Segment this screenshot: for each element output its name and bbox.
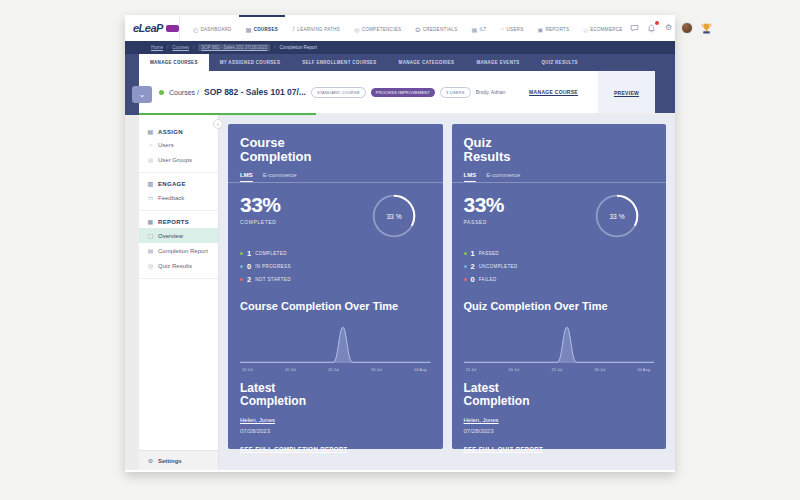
logo-lms-badge	[166, 25, 179, 32]
latest-completion-user-link[interactable]: Helen, Jones	[240, 417, 275, 423]
top-navigation: eLeaP ◴ DASHBOARD ▤ COURSES ⤴ LEARNING P…	[125, 15, 675, 41]
user-icon: ○	[147, 142, 154, 148]
course-sidebar: ‹ ▤ ASSIGN ○ Users ◎ User Groups ▥ E	[139, 115, 219, 470]
eleap-logo[interactable]: eLeaP	[133, 15, 180, 41]
notifications-bell-icon[interactable]	[647, 23, 657, 33]
quiz-legend: 1 PASSED 2 UNCOMPLETED 0 FAILED	[464, 249, 655, 284]
sidebar-item-quiz-results[interactable]: ◎ Quiz Results	[139, 258, 218, 273]
sidebar-item-label: Users	[158, 142, 174, 148]
see-full-quiz-report-link[interactable]: SEE FULL QUIZ REPORT	[464, 446, 544, 452]
nav-item-competencies[interactable]: ◎ COMPETENCIES	[347, 15, 408, 41]
breadcrumb-home[interactable]: Home	[151, 45, 163, 50]
quiz-over-time-chart	[464, 320, 655, 366]
manage-course-link[interactable]: MANAGE COURSE	[529, 89, 578, 95]
see-full-completion-report-link[interactable]: SEE FULL COMPLETION REPORT	[240, 446, 348, 452]
users-icon: ○	[501, 26, 505, 32]
completion-over-time-chart	[240, 320, 431, 366]
card-title: Quiz Results	[464, 136, 655, 164]
legend-uncompleted: 2 UNCOMPLETED	[464, 262, 655, 271]
chevron-down-icon[interactable]: ⌄	[132, 86, 152, 103]
latest-completion-user-link[interactable]: Helen, Jones	[464, 417, 499, 423]
completion-donut-chart: 33 %	[371, 193, 417, 239]
sidebar-item-label: Completion Report	[158, 248, 208, 254]
card-tab-ecommerce[interactable]: E-commerce	[486, 172, 520, 182]
nav-item-ecommerce[interactable]: ◇ ECOMMERCE	[576, 15, 629, 41]
tab-manage-events[interactable]: MANAGE EVENTS	[465, 54, 530, 71]
quiz-results-icon: ◎	[147, 262, 154, 269]
tab-quiz-results[interactable]: QUIZ RESULTS	[531, 54, 589, 71]
competencies-icon: ◎	[354, 26, 360, 33]
sidebar-header-engage: ▥ ENGAGE	[139, 177, 218, 190]
sidebar-collapse-icon[interactable]: ‹	[213, 119, 223, 129]
reports-icon: ▣	[537, 26, 543, 33]
nav-item-courses[interactable]: ▤ COURSES	[239, 15, 285, 41]
credentials-icon: ✪	[415, 26, 420, 33]
preview-link[interactable]: PREVIEW	[614, 90, 639, 96]
sidebar-item-overview[interactable]: ▢ Overview	[139, 228, 218, 243]
tab-self-enrollment-courses[interactable]: SELF ENROLLMENT COURSES	[291, 54, 387, 71]
sidebar-item-users[interactable]: ○ Users	[139, 138, 218, 152]
sidebar-header-assign: ▤ ASSIGN	[139, 125, 218, 138]
rewards-trophy-icon[interactable]	[700, 22, 713, 35]
sidebar-item-feedback[interactable]: ▭ Feedback	[139, 190, 218, 205]
latest-completion-date: 07/28/2023	[240, 428, 431, 434]
latest-completion-title: Latest Completion	[464, 382, 655, 408]
completion-report-icon: ▤	[147, 247, 154, 254]
nav-label: REPORTS	[545, 27, 569, 32]
sidebar-header-label: ASSIGN	[158, 129, 183, 135]
nav-label: CREDENTIALS	[423, 27, 458, 32]
nav-item-credentials[interactable]: ✪ CREDENTIALS	[408, 15, 464, 41]
svg-text:33 %: 33 %	[609, 213, 624, 220]
dashboard-icon: ◴	[193, 26, 199, 33]
nav-label: USERS	[506, 27, 523, 32]
sidebar-item-label: Feedback	[158, 195, 184, 201]
sidebar-item-settings[interactable]: ⚙ Settings	[139, 450, 218, 470]
nav-item-ilt[interactable]: ▦ ILT	[464, 15, 493, 41]
latest-completion-title: Latest Completion	[240, 382, 431, 408]
breadcrumb: Home / Courses / SOP 882 - Sales 101 07/…	[125, 41, 675, 54]
quiz-results-card: Quiz Results LMS E-commerce 33% PASSED	[452, 124, 667, 449]
card-tab-lms[interactable]: LMS	[464, 172, 477, 182]
completion-percent: 33%	[240, 193, 281, 217]
course-header: ⌄ Courses / SOP 882 - Sales 101 07/... S…	[125, 71, 675, 115]
course-owner: Brody, Adrian	[476, 89, 506, 95]
nav-label: LEARNING PATHS	[297, 27, 340, 32]
legend-dot-green	[240, 252, 243, 255]
report-main-area: Course Completion LMS E-commerce 33% COM…	[219, 115, 675, 470]
nav-label: ILT	[479, 27, 486, 32]
sidebar-item-label: Overview	[158, 233, 183, 239]
tab-manage-courses[interactable]: MANAGE COURSES	[139, 54, 209, 71]
legend-dot-green	[464, 252, 467, 255]
settings-icon: ⚙	[147, 457, 154, 464]
nav-item-reports[interactable]: ▣ REPORTS	[530, 15, 576, 41]
user-avatar[interactable]	[681, 22, 693, 34]
overview-icon: ▢	[147, 232, 154, 239]
nav-item-learning-paths[interactable]: ⤴ LEARNING PATHS	[285, 15, 347, 41]
course-progress-track	[139, 113, 675, 115]
nav-label: COMPETENCIES	[362, 27, 402, 32]
app-window: eLeaP ◴ DASHBOARD ▤ COURSES ⤴ LEARNING P…	[125, 15, 675, 472]
sidebar-item-user-groups[interactable]: ◎ User Groups	[139, 152, 218, 167]
badge-standard-course: STANDARD COURSE	[311, 87, 366, 98]
breadcrumb-courses[interactable]: Courses	[172, 45, 189, 50]
card-tab-ecommerce[interactable]: E-commerce	[263, 172, 297, 182]
badge-process-improvement: PROCESS IMPROVEMENT	[371, 88, 435, 97]
legend-dot-blue	[464, 265, 467, 268]
sidebar-item-label: User Groups	[158, 157, 192, 163]
card-tab-lms[interactable]: LMS	[240, 172, 253, 182]
latest-completion-date: 07/28/2023	[464, 428, 655, 434]
breadcrumb-course[interactable]: SOP 882 - Sales 101 07/28/2023	[198, 44, 270, 51]
header-right-block	[655, 71, 675, 115]
tab-manage-categories[interactable]: MANAGE CATEGORIES	[388, 54, 466, 71]
quiz-donut-chart: 33 %	[594, 193, 640, 239]
settings-gear-icon[interactable]: ⚙	[664, 23, 674, 33]
nav-item-users[interactable]: ○ USERS	[494, 15, 531, 41]
nav-item-dashboard[interactable]: ◴ DASHBOARD	[186, 15, 239, 41]
quiz-percent: 33%	[464, 193, 505, 217]
ecommerce-icon: ◇	[583, 26, 588, 33]
course-completion-card: Course Completion LMS E-commerce 33% COM…	[228, 124, 443, 449]
sidebar-item-completion-report[interactable]: ▤ Completion Report	[139, 243, 218, 258]
nav-label: DASHBOARD	[200, 27, 231, 32]
chat-icon[interactable]	[630, 23, 640, 33]
tab-my-assigned-courses[interactable]: MY ASSIGNED COURSES	[209, 54, 291, 71]
